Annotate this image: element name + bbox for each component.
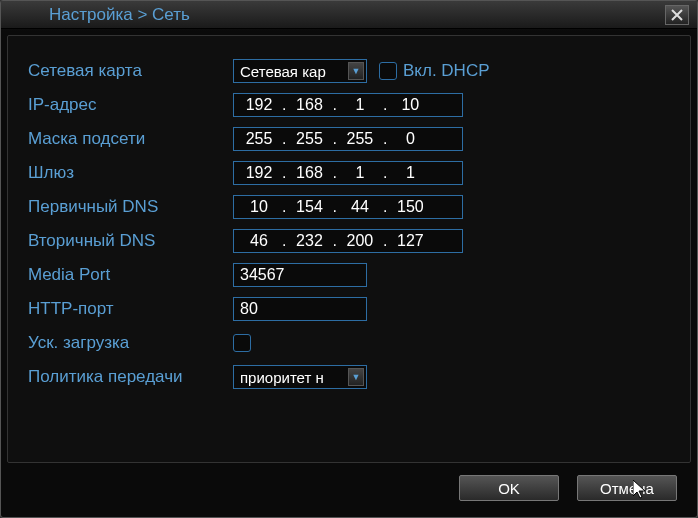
dns2-oct-2[interactable] [288,232,330,250]
dns2-oct-3[interactable] [339,232,381,250]
label-media-port: Media Port [28,265,233,285]
ip-address-field[interactable]: . . . [233,93,463,117]
transfer-policy-value: приоритет н [240,369,324,386]
footer: OK Отмена [459,475,677,501]
primary-dns-field[interactable]: . . . [233,195,463,219]
label-mask: Маска подсети [28,129,233,149]
dropdown-arrow-icon: ▼ [348,62,364,80]
subnet-mask-field[interactable]: . . . [233,127,463,151]
mask-oct-3[interactable] [339,130,381,148]
ip-oct-2[interactable] [288,96,330,114]
dns1-oct-1[interactable] [238,198,280,216]
dns2-oct-4[interactable] [389,232,431,250]
label-fast-download: Уск. загрузка [28,333,233,353]
ip-oct-1[interactable] [238,96,280,114]
window: Настройка > Сеть Сетевая карта Сетевая к… [0,0,698,518]
gateway-field[interactable]: . . . [233,161,463,185]
label-transfer-policy: Политика передачи [28,367,233,387]
ip-oct-4[interactable] [389,96,431,114]
media-port-input[interactable] [233,263,367,287]
network-card-value: Сетевая кар [240,63,326,80]
transfer-policy-select[interactable]: приоритет н ▼ [233,365,367,389]
dropdown-arrow-icon: ▼ [348,368,364,386]
label-dns2: Вторичный DNS [28,231,233,251]
gw-oct-4[interactable] [389,164,431,182]
cancel-button[interactable]: Отмена [577,475,677,501]
gw-oct-1[interactable] [238,164,280,182]
network-card-select[interactable]: Сетевая кар ▼ [233,59,367,83]
mask-oct-2[interactable] [288,130,330,148]
label-dhcp: Вкл. DHCP [403,61,490,81]
dns1-oct-3[interactable] [339,198,381,216]
fast-download-checkbox[interactable] [233,334,251,352]
titlebar: Настройка > Сеть [1,1,697,29]
dhcp-checkbox[interactable] [379,62,397,80]
label-http-port: HTTP-порт [28,299,233,319]
http-port-input[interactable] [233,297,367,321]
ok-button[interactable]: OK [459,475,559,501]
label-ip: IP-адрес [28,95,233,115]
window-title: Настройка > Сеть [9,5,665,25]
ip-oct-3[interactable] [339,96,381,114]
dns1-oct-2[interactable] [288,198,330,216]
mask-oct-4[interactable] [389,130,431,148]
content-panel: Сетевая карта Сетевая кар ▼ Вкл. DHCP IP… [7,35,691,463]
close-button[interactable] [665,5,689,25]
dns1-oct-4[interactable] [389,198,431,216]
gw-oct-3[interactable] [339,164,381,182]
gw-oct-2[interactable] [288,164,330,182]
label-network-card: Сетевая карта [28,61,233,81]
label-dns1: Первичный DNS [28,197,233,217]
dns2-oct-1[interactable] [238,232,280,250]
mask-oct-1[interactable] [238,130,280,148]
label-gateway: Шлюз [28,163,233,183]
secondary-dns-field[interactable]: . . . [233,229,463,253]
